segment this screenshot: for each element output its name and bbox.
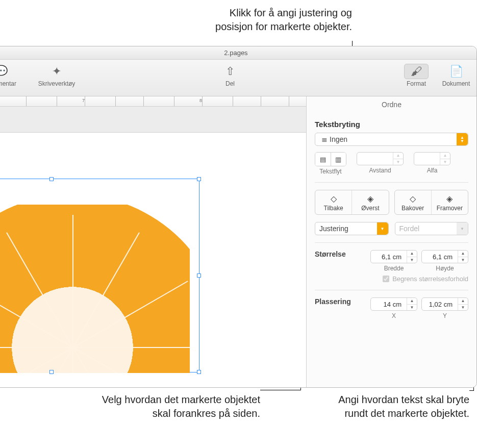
dropdown-label: Justering — [319, 225, 375, 233]
height-stepper[interactable]: ▲▼ — [421, 250, 468, 263]
checkbox-label: Begrens størrelsesforhold — [392, 275, 468, 283]
callout-bottom-left: Velg hvordan det markerte objektet skal … — [97, 393, 260, 420]
step-up-icon[interactable]: ▲ — [458, 298, 468, 305]
document-canvas[interactable]: 7 8 — [0, 96, 306, 387]
y-input[interactable] — [422, 298, 455, 310]
textflow-left-icon[interactable]: ▤ — [315, 153, 331, 166]
window-title: 2.pages — [0, 46, 476, 60]
x-input[interactable] — [371, 298, 404, 310]
layers-forward-icon: ◈ — [432, 193, 468, 204]
textflow-label: Tekstflyt — [319, 168, 341, 175]
width-stepper[interactable]: ▲▼ — [370, 250, 417, 263]
textflow-right-icon[interactable]: ▥ — [331, 153, 346, 166]
toolbar-label: Dokument — [436, 80, 476, 87]
callout-line — [260, 390, 301, 390]
send-backward-button[interactable]: ◇ Bakover — [395, 190, 431, 214]
width-input[interactable] — [371, 251, 404, 263]
toolbar-label: Skriveverktøy — [36, 80, 77, 87]
step-down-icon[interactable]: ▼ — [393, 159, 403, 165]
section-title-textwrap: Tekstbryting — [315, 120, 468, 129]
layer-label: Øverst — [352, 204, 388, 214]
callout-bottom-right: Angi hvordan tekst skal bryte rundt det … — [327, 393, 469, 420]
section-title-position: Plassering — [315, 297, 366, 306]
callout-line — [469, 390, 473, 391]
layer-label: Framover — [432, 204, 468, 214]
toolbar-comments-button[interactable]: 💬 Kommentar — [0, 64, 21, 87]
resize-handle[interactable] — [49, 177, 54, 181]
callout-top: Klikk for å angi justering og posisjon f… — [194, 6, 352, 34]
x-stepper[interactable]: ▲▼ — [370, 297, 417, 311]
toolbar: 💬 Kommentar ✦ Skriveverktøy ⇧ Del 🖌 Form… — [0, 60, 476, 96]
bring-forward-button[interactable]: ◈ Framover — [431, 190, 468, 214]
step-down-icon[interactable]: ▼ — [407, 305, 417, 311]
toolbar-label: Del — [210, 80, 250, 87]
selected-image[interactable] — [0, 179, 199, 372]
toolbar-format-button[interactable]: 🖌 Format — [396, 64, 437, 87]
paintbrush-icon: 🖌 — [404, 64, 429, 79]
textwrap-mode-select[interactable]: ≣ Ingen ▲▼ — [315, 133, 468, 146]
bring-to-front-button[interactable]: ◈ Øverst — [352, 190, 388, 214]
send-to-back-button[interactable]: ◇ Tilbake — [315, 190, 352, 214]
toolbar-share-button[interactable]: ⇧ Del — [210, 64, 250, 87]
spacing-stepper[interactable]: ▲▼ — [357, 152, 404, 165]
inspector-tab-arrange[interactable]: Ordne — [315, 96, 468, 114]
toolbar-writing-tools-button[interactable]: ✦ Skriveverktøy — [36, 64, 77, 87]
document-icon: 📄 — [436, 64, 476, 79]
orange-illustration — [0, 205, 190, 373]
spacing-input[interactable] — [357, 153, 390, 165]
y-stepper[interactable]: ▲▼ — [421, 297, 468, 311]
dropdown-label: Ingen — [330, 135, 455, 143]
step-up-icon[interactable]: ▲ — [407, 298, 417, 305]
share-icon: ⇧ — [210, 64, 250, 79]
resize-handle[interactable] — [49, 370, 54, 374]
resize-handle[interactable] — [197, 177, 201, 181]
alpha-input[interactable] — [414, 153, 438, 165]
step-down-icon[interactable]: ▼ — [458, 257, 468, 263]
layer-label: Tilbake — [315, 204, 352, 214]
layer-label: Bakover — [395, 204, 431, 214]
x-label: X — [392, 312, 396, 319]
step-up-icon[interactable]: ▲ — [440, 153, 450, 159]
textwrap-none-icon: ≣ — [319, 135, 330, 143]
constrain-proportions-checkbox[interactable]: Begrens størrelsesforhold — [315, 275, 468, 283]
resize-handle[interactable] — [197, 273, 201, 278]
height-label: Høyde — [436, 265, 454, 272]
app-window: 2.pages 💬 Kommentar ✦ Skriveverktøy ⇧ De… — [0, 46, 477, 388]
alpha-label: Alfa — [427, 167, 438, 174]
layers-backward-icon: ◇ — [395, 193, 431, 204]
horizontal-ruler[interactable]: 7 8 — [0, 96, 306, 107]
toolbar-label: Kommentar — [0, 80, 21, 87]
toolbar-document-button[interactable]: 📄 Dokument — [436, 64, 476, 87]
checkbox-input[interactable] — [383, 276, 389, 282]
chevron-down-icon: ▼ — [377, 222, 388, 235]
format-inspector: Ordne Tekstbryting ≣ Ingen ▲▼ ▤ ▥ Tekstf… — [306, 96, 476, 387]
layers-back-icon: ◇ — [315, 193, 352, 204]
page-surface[interactable] — [0, 132, 306, 387]
chevron-updown-icon: ▲▼ — [457, 133, 468, 145]
spacing-label: Avstand — [369, 167, 391, 174]
align-select[interactable]: Justering ▼ — [315, 222, 389, 235]
dropdown-label: Fordel — [399, 225, 455, 233]
step-up-icon[interactable]: ▲ — [393, 153, 403, 159]
height-input[interactable] — [422, 251, 455, 263]
step-down-icon[interactable]: ▼ — [458, 305, 468, 311]
comment-icon: 💬 — [0, 64, 21, 79]
chevron-down-icon: ▼ — [457, 222, 468, 235]
image-placeholder — [0, 205, 190, 373]
alpha-stepper[interactable]: ▲▼ — [414, 152, 450, 165]
sparkle-icon: ✦ — [36, 64, 77, 79]
layer-order-controls: ◇ Tilbake ◈ Øverst ◇ Bakover ◈ F — [315, 190, 468, 215]
step-up-icon[interactable]: ▲ — [407, 251, 417, 257]
resize-handle[interactable] — [197, 370, 201, 374]
distribute-select[interactable]: Fordel ▼ — [395, 222, 469, 235]
layers-front-icon: ◈ — [352, 193, 388, 204]
step-down-icon[interactable]: ▼ — [440, 159, 450, 165]
section-title-size: Størrelse — [315, 250, 366, 258]
textflow-segmented[interactable]: ▤ ▥ — [315, 152, 346, 166]
step-up-icon[interactable]: ▲ — [458, 251, 468, 257]
y-label: Y — [443, 312, 447, 319]
toolbar-label: Format — [396, 80, 437, 87]
step-down-icon[interactable]: ▼ — [407, 257, 417, 263]
width-label: Bredde — [384, 265, 404, 272]
